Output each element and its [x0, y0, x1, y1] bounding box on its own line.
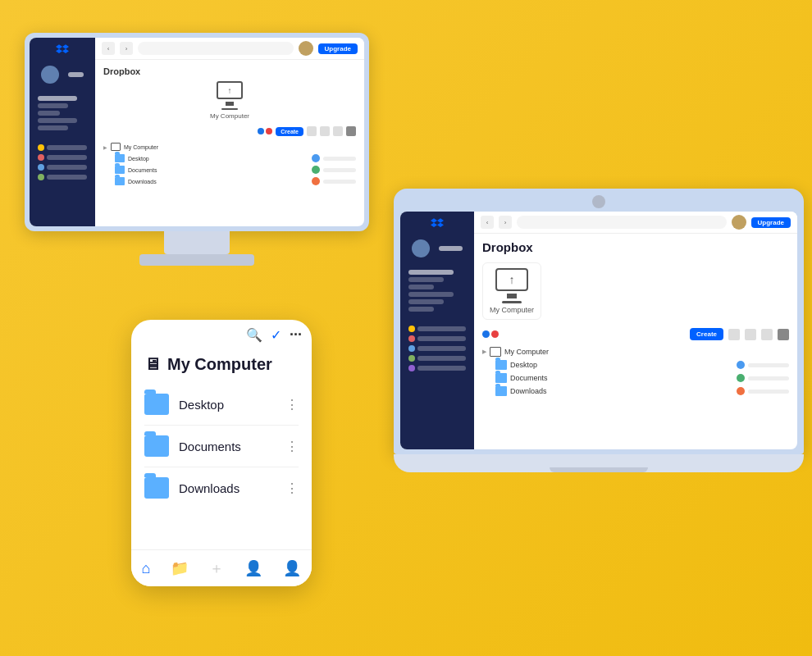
laptop-file-row-desktop[interactable]: Desktop: [482, 358, 789, 371]
laptop-forward-btn[interactable]: ›: [499, 216, 512, 229]
monitor-nav-item-2[interactable]: [38, 103, 68, 108]
laptop-file-row-documents[interactable]: Documents: [482, 371, 789, 385]
monitor-shared-label-4: [47, 175, 87, 180]
laptop-avatar-4: [408, 355, 415, 362]
monitor-avatar-desktop: [312, 154, 320, 162]
phone-page-title-area: 🖥 My Computer: [131, 347, 312, 384]
monitor-shared-label-1: [47, 145, 87, 150]
laptop-display: ‹ › Upgrade Dropbox ↑: [400, 212, 797, 449]
laptop-file-toolbar: Create: [482, 328, 789, 340]
phone-file-name-documents: Documents: [179, 440, 276, 453]
monitor-upgrade-btn[interactable]: Upgrade: [318, 43, 358, 54]
laptop-grid-view-1[interactable]: [745, 329, 756, 340]
monitor-content-area: Dropbox My Computer: [95, 60, 364, 226]
phone-nav-files-icon[interactable]: 📁: [171, 559, 189, 577]
monitor-dot-red: [266, 128, 272, 134]
monitor-file-bar-documents: [323, 168, 356, 172]
phone-more-btn-downloads[interactable]: ⋮: [285, 481, 299, 496]
monitor-search-bar[interactable]: [138, 42, 294, 55]
phone-page-title: My Computer: [167, 355, 272, 374]
laptop-file-row-downloads[interactable]: Downloads: [482, 385, 789, 398]
monitor-avatar-3: [38, 164, 44, 171]
phone-file-item-downloads[interactable]: Downloads ⋮: [144, 467, 299, 508]
monitor-nav-item-1[interactable]: [38, 96, 77, 101]
phone-check-icon[interactable]: ✓: [271, 327, 281, 343]
monitor-main: ‹ › Upgrade Dropbox: [95, 38, 364, 226]
laptop-nav-section: [405, 267, 469, 314]
monitor-my-computer-icon-block[interactable]: My Computer: [103, 81, 356, 120]
monitor-forward-btn[interactable]: ›: [120, 42, 133, 55]
laptop-nav-item-6[interactable]: [408, 307, 434, 312]
laptop-file-computer-icon: [490, 347, 501, 357]
monitor-file-row-desktop[interactable]: Desktop: [103, 153, 356, 164]
laptop-search-bar[interactable]: [517, 216, 727, 229]
monitor-nav-item-4[interactable]: [38, 118, 77, 123]
laptop-shared-2: [405, 334, 469, 344]
monitor-sidebar-username: [68, 72, 84, 77]
monitor-grid-view-2[interactable]: [320, 126, 330, 136]
monitor-shared-dot-1: [38, 144, 44, 151]
laptop-shared-1: [405, 324, 469, 334]
laptop-nav-item-3[interactable]: [408, 285, 434, 289]
monitor-user-avatar-top[interactable]: [299, 41, 313, 56]
laptop-user-avatar-top[interactable]: [732, 215, 746, 230]
monitor-file-bar-desktop: [323, 157, 356, 161]
laptop-back-btn[interactable]: ‹: [481, 216, 494, 229]
phone-nav-add-icon[interactable]: ＋: [209, 558, 224, 578]
phone-nav-share-icon[interactable]: 👤: [244, 559, 262, 577]
phone-folder-icon-documents: [144, 435, 169, 457]
laptop-nav-item-4[interactable]: [408, 292, 454, 297]
laptop-file-name-computer: My Computer: [504, 348, 789, 356]
laptop-file-name-desktop: Desktop: [510, 361, 733, 369]
monitor-back-btn[interactable]: ‹: [102, 42, 115, 55]
laptop-computer-icon-card[interactable]: ↑ My Computer: [482, 262, 541, 320]
laptop-content-area: Dropbox ↑ My Computer: [474, 234, 797, 449]
monitor-file-row-computer[interactable]: ▶ My Computer: [103, 141, 356, 153]
phone-search-icon[interactable]: 🔍: [246, 327, 262, 343]
monitor-sidebar: [30, 38, 95, 226]
laptop-grid-view-2[interactable]: [761, 329, 773, 340]
phone-folder-icon-downloads: [144, 477, 169, 499]
laptop-shared-section: [405, 324, 469, 373]
monitor-dropbox-app: ‹ › Upgrade Dropbox: [30, 38, 364, 226]
monitor-create-btn[interactable]: Create: [276, 127, 303, 136]
laptop-nav-item-2[interactable]: [408, 277, 444, 282]
monitor-folder-icon-downloads: [115, 177, 125, 185]
phone-nav-profile-icon[interactable]: 👤: [283, 559, 301, 577]
laptop-upload-icon[interactable]: [728, 329, 740, 340]
phone-more-options-icon[interactable]: ···: [290, 326, 302, 344]
laptop-file-row-computer[interactable]: ▶ My Computer: [482, 345, 789, 358]
monitor-file-row-downloads[interactable]: Downloads: [103, 175, 356, 187]
monitor-sidebar-user: [34, 62, 90, 87]
phone-more-btn-documents[interactable]: ⋮: [285, 439, 299, 454]
phone-more-btn-desktop[interactable]: ⋮: [285, 397, 299, 412]
laptop-upgrade-btn[interactable]: Upgrade: [751, 217, 791, 228]
laptop-expand-arrow: ▶: [482, 348, 486, 355]
phone-nav-home-icon[interactable]: ⌂: [142, 560, 151, 577]
monitor-folder-icon-desktop: [115, 154, 125, 162]
monitor-shared-4: [34, 172, 90, 182]
laptop-nav-item-1[interactable]: [408, 270, 454, 275]
monitor-computer-base-icon: [221, 108, 238, 110]
monitor-file-row-documents[interactable]: Documents: [103, 164, 356, 175]
monitor-detail-view[interactable]: [346, 126, 356, 136]
monitor-avatar-downloads: [312, 177, 320, 185]
monitor-grid-view-1[interactable]: [307, 126, 317, 136]
laptop-sidebar: [400, 212, 474, 449]
monitor-folder-icon-documents: [115, 166, 125, 174]
laptop-create-btn[interactable]: Create: [690, 328, 723, 340]
monitor-nav-item-3[interactable]: [38, 111, 60, 116]
monitor-list-view[interactable]: [333, 126, 343, 136]
laptop-my-computer-block[interactable]: ↑ My Computer: [482, 262, 789, 320]
monitor-shared-3: [34, 162, 90, 172]
laptop-base: [394, 454, 804, 472]
monitor-dropbox-brand: Dropbox: [103, 66, 356, 76]
laptop-shared-4: [405, 353, 469, 363]
monitor-dot-blue: [258, 128, 264, 134]
laptop-nav-item-5[interactable]: [408, 299, 444, 304]
monitor-nav-item-5[interactable]: [38, 125, 68, 130]
phone-file-item-documents[interactable]: Documents ⋮: [144, 426, 299, 467]
phone-file-item-desktop[interactable]: Desktop ⋮: [144, 384, 299, 426]
laptop-list-view[interactable]: [778, 329, 789, 340]
monitor-my-computer-label: My Computer: [210, 112, 249, 120]
